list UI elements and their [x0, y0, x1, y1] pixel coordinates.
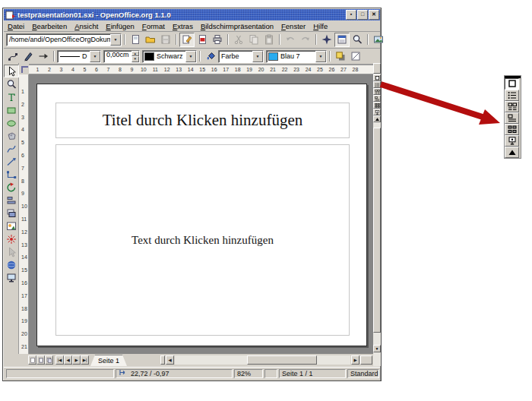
page-tab[interactable]: Seite 1: [90, 355, 127, 366]
interaction-tool-button[interactable]: [4, 245, 19, 258]
line-color-dropdown-icon[interactable]: ▼: [185, 51, 196, 62]
menu-extras[interactable]: Extras: [169, 22, 197, 30]
line-dialog-button[interactable]: [21, 49, 36, 64]
rectangle-tool-button[interactable]: [4, 103, 19, 116]
horizontal-scrollbar-thumb[interactable]: [247, 355, 317, 365]
print-file-button[interactable]: [210, 33, 225, 47]
line-style-combobox[interactable]: D ▼: [57, 50, 101, 63]
line-style-dropdown-icon[interactable]: ▼: [90, 51, 100, 62]
last-page-button[interactable]: ▶|: [81, 355, 89, 365]
shadow-button[interactable]: [333, 49, 348, 64]
close-button[interactable]: ✕: [369, 10, 379, 20]
save-document-button[interactable]: [158, 33, 173, 47]
lines-arrows-tool-button[interactable]: [4, 155, 19, 168]
open-document-button[interactable]: [143, 33, 158, 47]
arrow-style-button[interactable]: [36, 49, 51, 64]
url-dropdown-icon[interactable]: ▼: [110, 34, 121, 46]
menu-ansicht[interactable]: Ansicht: [71, 22, 102, 30]
text-tool-button[interactable]: [4, 90, 19, 103]
hscroll-left-button[interactable]: ◀: [166, 355, 174, 365]
line-color-combobox[interactable]: Schwarz ▼: [142, 50, 197, 63]
menu-hilfe[interactable]: Hilfe: [309, 22, 331, 30]
outline-view-button-small[interactable]: [373, 81, 381, 88]
start-presentation-button[interactable]: [505, 135, 519, 147]
copy-button[interactable]: [246, 33, 261, 47]
menu-einfügen[interactable]: Einfügen: [102, 22, 138, 30]
drawing-view-button-small[interactable]: [373, 74, 381, 81]
title-placeholder[interactable]: Titel durch Klicken hinzufügen: [55, 103, 350, 138]
ellipse-tool-button[interactable]: [4, 116, 19, 129]
first-page-button[interactable]: |◀: [55, 355, 64, 365]
alignment-tool-button[interactable]: [4, 194, 19, 207]
maximize-button[interactable]: □: [357, 10, 368, 20]
gallery-button[interactable]: [371, 33, 386, 47]
handout-view-button-small[interactable]: [373, 102, 381, 109]
zoom-tool-button[interactable]: [4, 77, 19, 90]
scroll-up-button-small[interactable]: [373, 115, 381, 122]
insert-tool-button[interactable]: [4, 219, 19, 232]
menu-bearbeiten[interactable]: Bearbeiten: [28, 22, 71, 30]
zoom-button[interactable]: [350, 33, 365, 47]
redo-button[interactable]: [298, 33, 313, 47]
edit-points-button[interactable]: [5, 49, 21, 64]
slide-view-button-small[interactable]: [373, 88, 381, 95]
area-style-dropdown-icon[interactable]: ▼: [252, 51, 263, 62]
drawing-view-button[interactable]: [505, 78, 519, 90]
scrollbar-resize-corner[interactable]: [360, 355, 372, 365]
rotate-tool-button[interactable]: [4, 181, 19, 194]
edit-file-button[interactable]: [179, 33, 195, 47]
select-tool-button[interactable]: [4, 65, 19, 77]
connector-tool-button[interactable]: [4, 168, 19, 181]
curve-tool-button[interactable]: [4, 142, 19, 155]
status-cursor-position[interactable]: 22,72 / -0,97: [116, 369, 233, 378]
menu-format[interactable]: Format: [138, 22, 169, 30]
notes-view-button-small[interactable]: [373, 95, 381, 102]
paste-button[interactable]: [261, 33, 277, 47]
horizontal-scrollbar-track[interactable]: [175, 355, 350, 365]
scroll-up-button[interactable]: [505, 147, 519, 158]
effects-tool-button[interactable]: [4, 232, 19, 245]
status-zoom-level[interactable]: 82%: [234, 369, 263, 378]
body-placeholder[interactable]: Text durch Klicken hinzufügen: [55, 144, 350, 336]
stylist-button[interactable]: [334, 33, 350, 47]
master-view-button[interactable]: [36, 355, 45, 365]
vertical-scrollbar-thumb[interactable]: [373, 128, 381, 333]
outline-view-button[interactable]: [505, 90, 519, 101]
area-dialog-button[interactable]: [203, 49, 218, 64]
spin-up-icon[interactable]: ▴: [131, 51, 139, 57]
status-template-name[interactable]: Standard: [347, 369, 379, 378]
area-color-combobox[interactable]: Blau 7 ▼: [266, 50, 327, 63]
area-style-combobox[interactable]: Farbe ▼: [218, 50, 264, 63]
vscroll-down-button[interactable]: ▼: [373, 345, 381, 352]
prev-page-button[interactable]: ◀: [64, 355, 72, 365]
tab-splitter[interactable]: [160, 355, 165, 365]
controller3d-tool-button[interactable]: [4, 258, 19, 271]
hscroll-right-button[interactable]: ▶: [351, 355, 359, 365]
vertical-scrollbar[interactable]: ▼: [373, 63, 381, 366]
effects-preview-button[interactable]: [348, 49, 363, 64]
page-view-button[interactable]: [28, 355, 36, 365]
title-bar[interactable]: testpräsentation01.sxi - OpenOffice.org …: [4, 9, 380, 21]
objects3d-tool-button[interactable]: [4, 129, 19, 142]
area-color-dropdown-icon[interactable]: ▼: [315, 51, 326, 62]
url-combobox[interactable]: /home/andi/OpenOfficeOrgDokumente/Op ▼: [6, 33, 122, 46]
slide-page[interactable]: Titel durch Klicken hinzufügen Text durc…: [36, 84, 367, 346]
cut-button[interactable]: [231, 33, 246, 47]
next-page-button[interactable]: ▶: [72, 355, 81, 365]
menu-datei[interactable]: Datei: [4, 22, 28, 30]
handout-view-button[interactable]: [505, 124, 519, 135]
start-presentation-button-small[interactable]: [373, 109, 381, 115]
menu-fenster[interactable]: Fenster: [277, 22, 309, 30]
notes-view-button[interactable]: [505, 112, 519, 124]
spin-down-icon[interactable]: ▾: [131, 56, 139, 62]
export-pdf-button[interactable]: [195, 33, 210, 47]
arrange-tool-button[interactable]: [4, 207, 19, 219]
status-page-indicator[interactable]: Seite 1 / 1: [279, 369, 346, 378]
line-width-spinner[interactable]: 0,00cm ▴ ▾: [103, 50, 140, 63]
presentation-tool-button[interactable]: [4, 271, 19, 284]
menu-bildschirmpräsentation[interactable]: Bildschirmpräsentation: [197, 22, 277, 30]
slide-view-button[interactable]: [505, 101, 519, 112]
slide-canvas[interactable]: Titel durch Klicken hinzufügen Text durc…: [29, 74, 373, 354]
new-document-button[interactable]: [128, 33, 143, 47]
layer-view-button[interactable]: [45, 355, 53, 365]
